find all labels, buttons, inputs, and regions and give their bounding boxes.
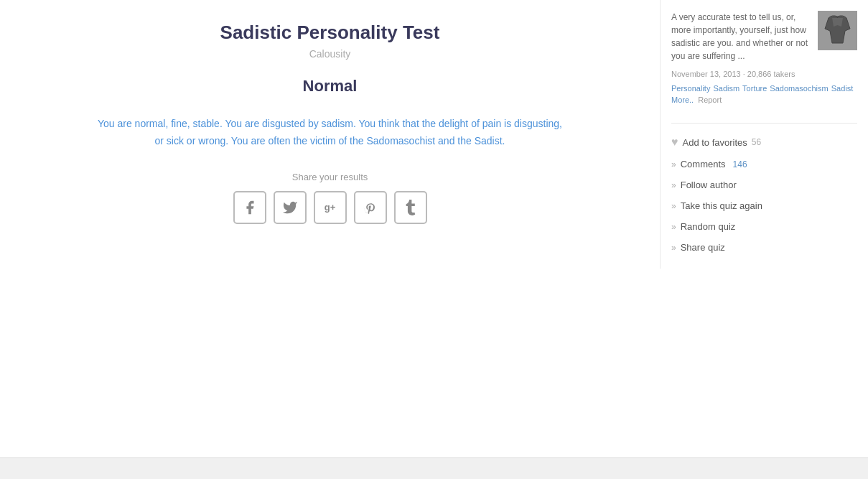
favorites-count: 56	[752, 137, 761, 147]
sidebar-tags: Personality Sadism Torture Sadomasochism…	[671, 84, 857, 93]
googleplus-share-button[interactable]: g+	[314, 191, 347, 224]
follow-author-label: Follow author	[681, 180, 737, 190]
take-again-arrow: »	[671, 201, 676, 211]
share-label: Share your results	[43, 172, 617, 182]
comments-arrow: »	[671, 159, 676, 169]
tag-personality[interactable]: Personality	[671, 84, 710, 93]
tumblr-share-button[interactable]	[394, 191, 427, 224]
report-link[interactable]: Report	[698, 96, 722, 104]
heart-icon: ♥	[671, 136, 678, 149]
facebook-share-button[interactable]	[233, 191, 266, 224]
share-icons-container: g+	[43, 191, 617, 224]
share-quiz-label: Share quiz	[681, 242, 725, 253]
comments-action[interactable]: » Comments 146	[671, 154, 857, 175]
take-again-label: Take this quiz again	[681, 200, 762, 211]
main-content: Sadistic Personality Test Calousity Norm…	[0, 0, 660, 269]
tag-torture[interactable]: Torture	[742, 84, 767, 93]
sidebar: A very accurate test to tell us, or, mor…	[660, 0, 868, 269]
sidebar-divider	[671, 123, 857, 124]
more-link[interactable]: More..	[671, 96, 694, 104]
add-to-favorites-label: Add to favorites	[683, 137, 747, 148]
follow-author-action[interactable]: » Follow author	[671, 175, 857, 195]
add-to-favorites-row[interactable]: ♥ Add to favorites 56	[671, 131, 857, 154]
share-quiz-action[interactable]: » Share quiz	[671, 237, 857, 258]
tag-sadist[interactable]: Sadist	[831, 84, 854, 93]
sidebar-card-text: A very accurate test to tell us, or, mor…	[671, 11, 811, 62]
sidebar-card-image	[818, 11, 857, 50]
comments-label: Comments	[681, 159, 726, 169]
tag-sadism[interactable]: Sadism	[713, 84, 739, 93]
pinterest-share-button[interactable]	[354, 191, 387, 224]
twitter-share-button[interactable]	[274, 191, 307, 224]
share-quiz-arrow: »	[671, 243, 676, 253]
take-again-action[interactable]: » Take this quiz again	[671, 195, 857, 216]
follow-author-arrow: »	[671, 180, 676, 190]
random-quiz-label: Random quiz	[681, 221, 736, 232]
result-description: You are normal, fine, stable. You are di…	[93, 116, 567, 150]
quiz-title: Sadistic Personality Test	[43, 22, 617, 44]
sidebar-meta: November 13, 2013 · 20,866 takers	[671, 70, 857, 78]
random-quiz-arrow: »	[671, 222, 676, 232]
sidebar-actions-list: » Comments 146 » Follow author » Take th…	[671, 154, 857, 258]
comments-count: 146	[733, 159, 747, 169]
quiz-subtitle: Calousity	[43, 48, 617, 60]
random-quiz-action[interactable]: » Random quiz	[671, 216, 857, 237]
result-label: Normal	[43, 77, 617, 96]
tag-sadomasochism[interactable]: Sadomasochism	[770, 84, 828, 93]
sidebar-card: A very accurate test to tell us, or, mor…	[671, 11, 857, 62]
